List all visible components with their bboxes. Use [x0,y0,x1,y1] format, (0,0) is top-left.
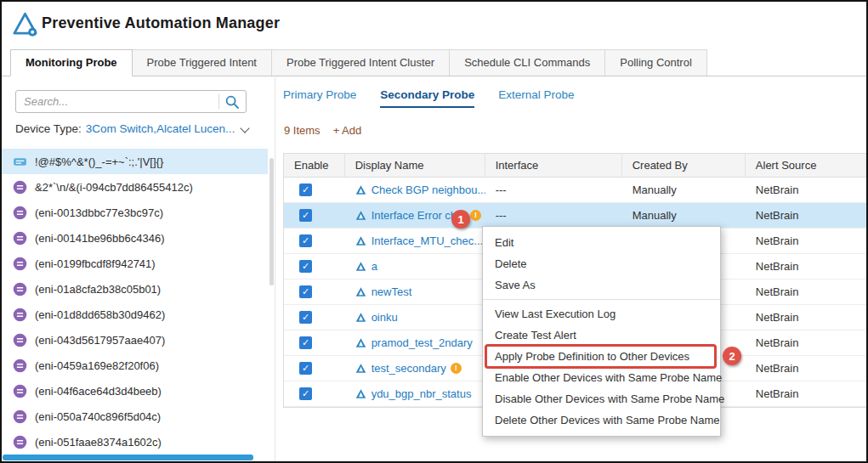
checkbox-checked[interactable]: ✓ [299,362,312,375]
checkbox-checked[interactable]: ✓ [299,311,312,324]
checkbox-checked[interactable]: ✓ [299,387,312,400]
callout-2: 2 [723,347,741,365]
device-item[interactable]: (eni-00141be96bb6c4346) [2,225,268,251]
probe-name-link[interactable]: pramod_test_2ndary [372,336,473,349]
search-box[interactable] [15,90,247,113]
table-header: EnableDisplay NameInterfaceCreated ByAle… [284,154,866,178]
menu-item-delete-other-devices-with-same-probe-name[interactable]: Delete Other Devices with Same Probe Nam… [483,409,720,431]
warning-icon: ! [451,363,462,374]
menu-item-edit[interactable]: Edit [483,232,720,253]
column-header-display-name[interactable]: Display Name [345,154,485,177]
alert-source-cell: NetBrain [746,260,866,273]
chevron-down-icon[interactable] [240,123,249,133]
menu-item-apply-probe-definition-to-other-devices[interactable]: Apply Probe Definition to Other Devices [483,346,720,367]
table-row[interactable]: ✓Interface Error ch...!---ManuallyNetBra… [284,203,866,229]
alert-source-cell: NetBrain [746,285,866,298]
probe-icon [355,363,366,374]
device-name: (eni-00141be96bb6c4346) [35,232,165,245]
enable-cell: ✓ [284,311,345,324]
device-item[interactable]: (eni-0013dbbc77e3bc97c) [2,200,268,225]
device-name: (eni-01d8dd658b30d9462) [35,308,165,321]
enable-cell: ✓ [284,234,345,247]
callout-1: 1 [451,210,470,229]
context-menu: EditDeleteSave AsView Last Execution Log… [482,226,721,437]
device-type-row[interactable]: Device Type:3Com Switch,Alcatel Lucen... [15,122,253,139]
enable-cell: ✓ [284,387,345,400]
probe-name-link[interactable]: Check BGP neighbou... [372,184,485,196]
display-name-cell: newTest [345,285,485,298]
page-title: Preventive Automation Manager [42,14,280,32]
device-item[interactable]: (eni-04f6ace64d3d4beeb) [2,378,268,404]
device-item[interactable]: (eni-0459a169e82f20f06) [2,353,268,378]
probe-name-link[interactable]: ydu_bgp_nbr_status [372,387,472,400]
eni-icon [13,435,27,449]
device-item[interactable]: (eni-050a740c896f5d04c) [2,404,268,429]
device-item[interactable]: &2*`\n/&(i-094cb7dd86455412c) [2,174,268,200]
probe-name-link[interactable]: newTest [372,285,412,298]
tab-bar: Monitoring ProbeProbe Triggered IntentPr… [2,49,866,76]
probe-icon [355,184,366,195]
menu-item-create-test-alert[interactable]: Create Test Alert [483,325,720,346]
interface-cell: --- [485,184,622,196]
created-by-cell: Manually [622,184,746,196]
device-list-scrollbar[interactable] [269,158,274,285]
device-type-value[interactable]: 3Com Switch,Alcatel Lucen... [86,122,235,135]
subtab-external-probe[interactable]: External Probe [498,88,574,108]
device-item[interactable]: (eni-051faae8374a1602c) [2,429,268,451]
device-item[interactable]: (eni-01a8cfa2b38c05b01) [2,276,268,302]
device-type-label: Device Type: [15,122,82,135]
eni-icon [13,384,27,398]
display-name-cell: oinku [345,311,485,324]
probe-icon [355,235,366,246]
interface-cell: --- [485,209,622,222]
probe-icon [355,286,366,297]
tab-probe-triggered-intent[interactable]: Probe Triggered Intent [132,49,272,76]
checkbox-checked[interactable]: ✓ [299,184,312,196]
menu-item-disable-other-devices-with-same-probe-name[interactable]: Disable Other Devices with Same Probe Na… [483,388,720,409]
column-header-enable[interactable]: Enable [284,154,345,177]
device-item[interactable]: (eni-0199fbcdf8f942741) [2,251,268,276]
checkbox-checked[interactable]: ✓ [299,336,312,349]
device-name: (eni-0199fbcdf8f942741) [35,257,156,270]
enable-cell: ✓ [284,184,345,196]
column-header-created-by[interactable]: Created By [622,154,746,177]
device-name: (eni-051faae8374a1602c) [35,436,162,449]
subtab-secondary-probe[interactable]: Secondary Probe [380,88,474,108]
add-button[interactable]: + Add [333,124,362,137]
created-by-cell: Manually [622,209,746,222]
device-item[interactable]: !@#$%^&*()_-=+~`:;.'|V[]{} [2,149,268,174]
table-row[interactable]: ✓Check BGP neighbou...---ManuallyNetBrai… [284,178,866,203]
checkbox-checked[interactable]: ✓ [299,260,312,273]
probe-name-link[interactable]: Interface_MTU_chec... [372,234,484,247]
probe-name-link[interactable]: oinku [372,311,398,324]
search-icon[interactable] [224,94,240,110]
tab-monitoring-probe[interactable]: Monitoring Probe [10,49,133,76]
tab-polling-control[interactable]: Polling Control [604,49,707,76]
menu-item-view-last-execution-log[interactable]: View Last Execution Log [483,303,720,325]
eni-icon [13,257,27,271]
probe-name-link[interactable]: test_secondary [372,362,446,375]
search-input[interactable] [24,92,213,111]
device-item[interactable]: (eni-01d8dd658b30d9462) [2,302,268,327]
menu-item-save-as[interactable]: Save As [483,274,720,296]
checkbox-checked[interactable]: ✓ [299,285,312,298]
menu-item-enable-other-devices-with-same-probe-name[interactable]: Enable Other Devices with Same Probe Nam… [483,367,720,388]
column-header-alert-source[interactable]: Alert Source [746,154,866,177]
probe-icon [355,388,366,399]
eni-icon [13,409,27,424]
subtab-primary-probe[interactable]: Primary Probe [283,88,356,108]
device-item[interactable]: (eni-043d5617957aae407) [2,327,268,353]
sidebar-horizontal-scrollbar[interactable] [3,455,253,460]
tab-schedule-cli-commands[interactable]: Schedule CLI Commands [449,49,605,76]
tab-probe-triggered-intent-cluster[interactable]: Probe Triggered Intent Cluster [271,49,450,76]
display-name-cell: Check BGP neighbou... [345,184,485,196]
eni-icon [13,231,27,246]
checkbox-checked[interactable]: ✓ [299,209,312,222]
probe-name-link[interactable]: a [372,260,377,273]
probe-icon [355,337,366,348]
app-window: Preventive Automation Manager Monitoring… [0,0,868,463]
menu-item-delete[interactable]: Delete [483,253,720,274]
checkbox-checked[interactable]: ✓ [299,234,312,247]
items-count: 9 Items [284,124,321,137]
column-header-interface[interactable]: Interface [485,154,622,177]
